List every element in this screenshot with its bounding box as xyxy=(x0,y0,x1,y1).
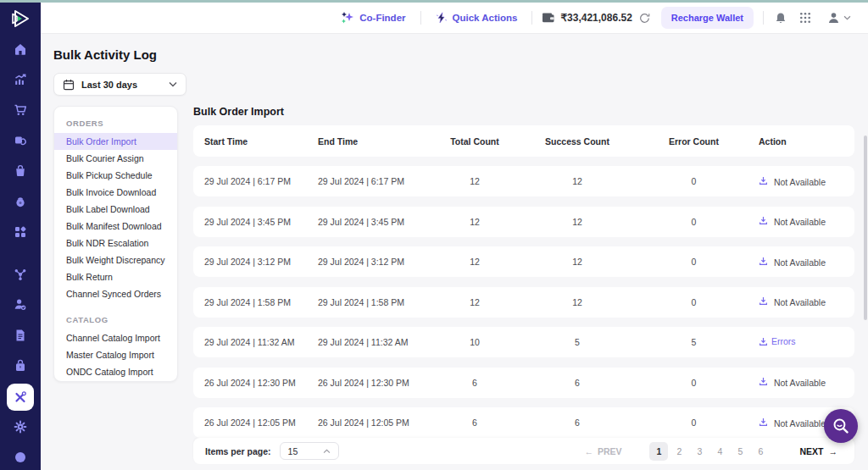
cell-success-count: 5 xyxy=(526,337,629,347)
page-button-6[interactable]: 6 xyxy=(751,442,770,461)
table-row: 26 Jul 2024 | 12:30 PM 26 Jul 2024 | 12:… xyxy=(193,368,854,398)
nav-settings[interactable] xyxy=(8,414,33,440)
nav-apps[interactable] xyxy=(8,219,33,245)
notifications-button[interactable] xyxy=(773,12,788,25)
weight-icon xyxy=(13,194,28,209)
co-finder-button[interactable]: Co-Finder xyxy=(336,10,410,25)
orders-bag-icon xyxy=(13,163,28,179)
download-icon xyxy=(759,296,768,306)
sparkles-icon xyxy=(341,11,354,25)
nav-shipments-bag[interactable] xyxy=(8,158,33,184)
cell-total-count: 10 xyxy=(424,337,526,347)
quick-actions-label: Quick Actions xyxy=(453,13,518,23)
lightning-icon xyxy=(436,12,448,24)
apps-launcher-button[interactable] xyxy=(798,12,813,24)
nav-tools-active[interactable] xyxy=(7,384,34,411)
prev-page-button[interactable]: ←PREV xyxy=(579,445,626,457)
panel-item-label: Bulk Manifest Download xyxy=(66,221,162,231)
panel-item[interactable]: Bulk Label Download xyxy=(54,201,177,218)
cell-success-count: 12 xyxy=(526,176,629,186)
account-menu-button[interactable] xyxy=(822,11,856,25)
panel-item[interactable]: Bulk Order Import xyxy=(54,133,177,150)
table-row: 29 Jul 2024 | 6:17 PM 29 Jul 2024 | 6:17… xyxy=(193,166,854,196)
topbar: Co-Finder Quick Actions ₹33,421,086.52 R… xyxy=(41,3,868,34)
panel-item[interactable]: Bulk Manifest Download xyxy=(54,218,177,235)
panel-item[interactable]: Channel Catalog Import xyxy=(54,329,177,346)
documents-icon xyxy=(13,328,28,343)
table-row: 29 Jul 2024 | 3:45 PM 29 Jul 2024 | 3:45… xyxy=(193,207,854,237)
cell-action: Errors xyxy=(759,336,854,348)
page-button-5[interactable]: 5 xyxy=(731,442,749,461)
panel-item[interactable]: ONDC Catalog Import xyxy=(54,363,177,380)
nav-home[interactable] xyxy=(8,36,33,62)
next-page-button[interactable]: NEXT→ xyxy=(794,445,843,457)
integrations-icon xyxy=(13,267,28,282)
panel-item[interactable]: Master Catalog Import xyxy=(54,346,177,363)
scrollbar-thumb[interactable] xyxy=(864,135,867,320)
errors-download-link[interactable] xyxy=(759,296,771,306)
panel-item[interactable]: Bulk Courier Assign xyxy=(54,150,177,167)
panel-item[interactable]: Bulk Invoice Download xyxy=(54,184,177,201)
nav-integrations[interactable] xyxy=(8,262,33,287)
nav-analytics[interactable] xyxy=(8,67,33,92)
page-button-1[interactable]: 1 xyxy=(649,442,668,461)
nav-products-bag[interactable] xyxy=(8,353,33,379)
nav-weight[interactable] xyxy=(8,189,33,214)
panel-item[interactable]: Bulk NDR Escalation xyxy=(54,235,177,252)
errors-download-link[interactable]: Errors xyxy=(759,336,796,346)
cell-error-count: 0 xyxy=(629,297,759,307)
nav-documents[interactable] xyxy=(8,323,33,348)
col-error-count: Error Count xyxy=(629,136,759,147)
panel-item[interactable]: Channel Synced Orders xyxy=(54,285,177,302)
quick-actions-button[interactable]: Quick Actions xyxy=(431,11,523,25)
recharge-wallet-button[interactable]: Recharge Wallet xyxy=(661,7,754,29)
app-root: Co-Finder Quick Actions ₹33,421,086.52 R… xyxy=(0,0,868,470)
search-smile-icon xyxy=(832,417,850,435)
co-finder-label: Co-Finder xyxy=(359,13,405,23)
date-range-filter[interactable]: Last 30 days xyxy=(53,73,186,96)
table-header: Start Time End Time Total Count Success … xyxy=(193,125,854,157)
sidebar-nav xyxy=(7,36,34,470)
panel-item-label: Bulk Weight Discrepancy xyxy=(66,255,165,265)
errors-download-link[interactable] xyxy=(759,216,771,225)
panel-item[interactable]: Bulk Weight Discrepancy xyxy=(54,252,177,268)
download-icon xyxy=(759,337,768,346)
nav-help[interactable] xyxy=(8,445,33,470)
nav-returns[interactable] xyxy=(8,128,33,153)
nav-orders-cart[interactable] xyxy=(8,97,33,123)
apps-icon xyxy=(13,224,28,240)
errors-download-link[interactable] xyxy=(759,377,771,386)
page-button-4[interactable]: 4 xyxy=(710,442,729,461)
table-row: 29 Jul 2024 | 11:32 AM 29 Jul 2024 | 11:… xyxy=(193,327,854,357)
panel-item[interactable]: Bulk Pickup Schedule xyxy=(54,167,177,184)
page-button-2[interactable]: 2 xyxy=(670,442,688,461)
next-label: NEXT xyxy=(799,446,823,456)
panel-item[interactable]: Bulk Return xyxy=(54,268,177,285)
errors-download-link[interactable] xyxy=(759,257,771,266)
errors-download-link[interactable] xyxy=(759,417,771,427)
cell-error-count: 0 xyxy=(629,378,759,388)
search-fab-button[interactable] xyxy=(824,409,858,443)
pagination-bar: Items per page: 15 ←PREV 123456 NEXT→ xyxy=(193,438,854,464)
panel-item-label: Bulk Order Import xyxy=(66,136,136,147)
topbar-divider xyxy=(531,11,532,25)
nav-customers[interactable] xyxy=(8,292,33,318)
refresh-balance-button[interactable] xyxy=(637,13,652,24)
table-row: 29 Jul 2024 | 3:12 PM 29 Jul 2024 | 3:12… xyxy=(193,246,854,277)
errors-download-link[interactable] xyxy=(759,176,771,185)
cell-error-count: 0 xyxy=(629,217,759,227)
page-title: Bulk Activity Log xyxy=(53,47,157,62)
page-button-3[interactable]: 3 xyxy=(690,442,709,461)
returns-icon xyxy=(13,133,28,148)
items-per-page-value: 15 xyxy=(288,446,298,456)
cell-total-count: 6 xyxy=(424,417,526,428)
table-body: 29 Jul 2024 | 6:17 PM 29 Jul 2024 | 6:17… xyxy=(193,166,854,448)
app-logo[interactable] xyxy=(6,6,35,31)
items-per-page-select[interactable]: 15 xyxy=(280,442,339,460)
pager: ←PREV 123456 NEXT→ xyxy=(579,442,843,461)
cell-total-count: 6 xyxy=(424,378,526,388)
topbar-divider xyxy=(420,11,421,25)
cell-end-time: 29 Jul 2024 | 11:32 AM xyxy=(318,337,424,347)
cell-start-time: 29 Jul 2024 | 11:32 AM xyxy=(204,337,318,347)
items-per-page-label: Items per page: xyxy=(205,446,271,456)
